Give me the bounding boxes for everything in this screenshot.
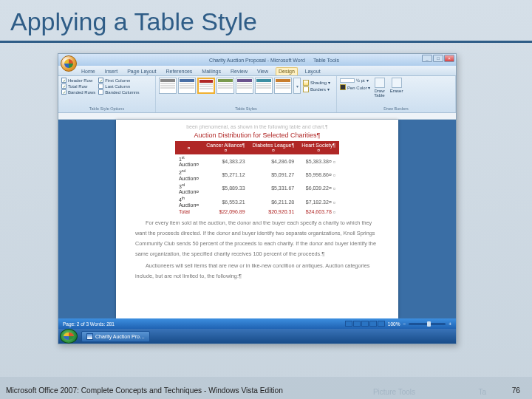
word-screenshot: Charity Auction Proposal - Microsoft Wor… bbox=[58, 53, 457, 344]
pen-weight-label: ½ pt bbox=[356, 78, 365, 83]
tab-review[interactable]: Review bbox=[228, 68, 250, 75]
eraser-button[interactable]: Eraser bbox=[389, 78, 405, 93]
document-area: been phenomenal, as shown in the followi… bbox=[58, 113, 456, 318]
view-buttons[interactable] bbox=[345, 321, 385, 327]
check-label: Total Row bbox=[68, 84, 87, 89]
col-header: Diabetes League¶¤ bbox=[249, 141, 299, 154]
pen-weight-select[interactable] bbox=[340, 78, 355, 83]
bucket-icon bbox=[303, 80, 309, 86]
taskbar: Charity Auction Pro… bbox=[58, 329, 456, 344]
footer-text: Microsoft Office 2007: Complete Concepts… bbox=[6, 386, 283, 395]
style-thumb-selected[interactable] bbox=[197, 78, 215, 94]
body-paragraph: For every item sold at the auction, the … bbox=[135, 218, 379, 259]
table-row: 1st Auction¤$4,383.23$4,286.09$5,383.38¤… bbox=[175, 154, 339, 168]
style-thumb[interactable] bbox=[255, 78, 273, 94]
check-header-row[interactable]: ✓Header Row bbox=[61, 78, 95, 83]
title-rule bbox=[0, 41, 532, 43]
status-left: Page: 2 of 3 Words: 281 bbox=[63, 321, 115, 327]
group-label: Table Styles bbox=[159, 106, 333, 111]
borders-icon bbox=[303, 86, 309, 92]
check-label: Last Column bbox=[105, 84, 130, 89]
ruler[interactable] bbox=[58, 113, 456, 120]
doc-heading: Auction Distribution for Selected Charit… bbox=[135, 132, 379, 139]
group-draw-borders: ½ pt▾ Pen Color ▾ Draw Table Eraser Draw… bbox=[337, 76, 456, 112]
slide-title: Applying a Table Style bbox=[0, 0, 532, 41]
check-total-row[interactable]: ✓Total Row bbox=[61, 83, 95, 89]
pencil-icon bbox=[375, 78, 385, 88]
zoom-out-icon[interactable]: − bbox=[403, 321, 406, 327]
charity-table[interactable]: ¤ Cancer Alliance¶¤ Diabetes League¶¤ He… bbox=[175, 141, 339, 215]
borders-button[interactable]: Borders ▾ bbox=[303, 86, 330, 92]
gallery-more-icon[interactable]: ▾ bbox=[293, 78, 301, 94]
eraser-icon bbox=[392, 78, 402, 88]
ribbon: ✓Header Row ✓Total Row ✓Banded Rows ✓Fir… bbox=[58, 76, 456, 113]
button-label: Draw Table bbox=[374, 89, 384, 98]
col-header: Heart Society¶¤ bbox=[298, 141, 339, 154]
tab-insert[interactable]: Insert bbox=[103, 68, 120, 75]
button-label: Pen Color ▾ bbox=[347, 85, 370, 90]
maximize-icon[interactable]: □ bbox=[433, 55, 443, 62]
status-bar: Page: 2 of 3 Words: 281 100% − + bbox=[58, 318, 456, 329]
style-thumb[interactable] bbox=[274, 78, 292, 94]
tab-home[interactable]: Home bbox=[79, 68, 98, 75]
style-thumb[interactable] bbox=[159, 78, 177, 94]
check-label: Header Row bbox=[68, 78, 92, 83]
pen-color-icon bbox=[340, 84, 346, 90]
table-row: 2nd Auction¤$5,271.12$5,091.27$5,998.86¤… bbox=[175, 168, 339, 181]
zoom-label: 100% bbox=[388, 321, 400, 327]
pen-color-button[interactable]: Pen Color ▾ bbox=[340, 84, 370, 90]
close-icon[interactable]: × bbox=[444, 55, 454, 62]
window-titlebar: Charity Auction Proposal - Microsoft Wor… bbox=[58, 54, 456, 66]
table-total-row: Total$22,096.89$20,920.31$24,603.78 ¤ bbox=[175, 208, 339, 215]
col-header: Cancer Alliance¶¤ bbox=[202, 141, 248, 154]
check-last-column[interactable]: Last Column bbox=[98, 83, 139, 89]
check-first-column[interactable]: ✓First Column bbox=[98, 78, 139, 83]
check-banded-columns[interactable]: Banded Columns bbox=[98, 89, 139, 95]
contextual-tab-label: Table Tools bbox=[313, 58, 339, 63]
window-doc-title: Charity Auction Proposal - Microsoft Wor… bbox=[209, 58, 305, 63]
group-table-style-options: ✓Header Row ✓Total Row ✓Banded Rows ✓Fir… bbox=[58, 76, 156, 112]
slide-footer: Microsoft Office 2007: Complete Concepts… bbox=[0, 381, 532, 399]
office-button[interactable] bbox=[61, 55, 77, 72]
button-label: Eraser bbox=[390, 89, 403, 93]
tab-layout[interactable]: Layout bbox=[303, 68, 323, 75]
zoom-slider[interactable] bbox=[409, 323, 446, 325]
word-icon bbox=[86, 333, 93, 340]
taskbar-label: Charity Auction Pro… bbox=[95, 334, 145, 339]
ribbon-tabs: Home Insert Page Layout References Maili… bbox=[58, 66, 456, 76]
tab-references[interactable]: References bbox=[164, 68, 195, 75]
style-gallery: ▾ bbox=[159, 78, 301, 94]
draw-table-button[interactable]: Draw Table bbox=[372, 78, 386, 98]
chevron-down-icon[interactable]: ▾ bbox=[366, 78, 369, 83]
table-header-row: ¤ Cancer Alliance¶¤ Diabetes League¶¤ He… bbox=[175, 141, 339, 154]
check-label: Banded Columns bbox=[105, 90, 139, 95]
table-corner: ¤ bbox=[175, 141, 202, 154]
page-number: 76 bbox=[512, 386, 520, 395]
style-thumb[interactable] bbox=[216, 78, 234, 94]
table-row: 4th Auction¤$6,553.21$6,211.28$7,182.32¤… bbox=[175, 195, 339, 208]
taskbar-item[interactable]: Charity Auction Pro… bbox=[81, 331, 150, 342]
tab-design[interactable]: Design bbox=[276, 67, 298, 75]
zoom-in-icon[interactable]: + bbox=[449, 321, 451, 327]
group-table-styles: ▾ Shading ▾ Borders ▾ Table Styles bbox=[156, 76, 337, 112]
truncated-text: been phenomenal, as shown in the followi… bbox=[135, 124, 379, 129]
body-paragraph: Auctioneers will sell items that are new… bbox=[135, 261, 379, 282]
tab-mailings[interactable]: Mailings bbox=[200, 68, 223, 75]
check-banded-rows[interactable]: ✓Banded Rows bbox=[61, 89, 95, 95]
minimize-icon[interactable]: _ bbox=[422, 55, 432, 62]
style-thumb[interactable] bbox=[236, 78, 253, 94]
check-label: Banded Rows bbox=[68, 90, 95, 95]
table-row: 3rd Auction¤$5,889.33$5,331.67$6,039.22¤… bbox=[175, 182, 339, 195]
check-label: First Column bbox=[105, 78, 130, 83]
group-label: Draw Borders bbox=[340, 106, 452, 111]
shading-button[interactable]: Shading ▾ bbox=[303, 80, 330, 86]
document-page[interactable]: been phenomenal, as shown in the followi… bbox=[116, 120, 398, 318]
button-label: Borders ▾ bbox=[310, 86, 330, 92]
button-label: Shading ▾ bbox=[310, 80, 330, 85]
start-button[interactable] bbox=[60, 329, 78, 344]
tab-page-layout[interactable]: Page Layout bbox=[125, 68, 158, 75]
style-thumb[interactable] bbox=[178, 78, 196, 94]
tab-view[interactable]: View bbox=[255, 68, 270, 75]
group-label: Table Style Options bbox=[61, 106, 152, 111]
